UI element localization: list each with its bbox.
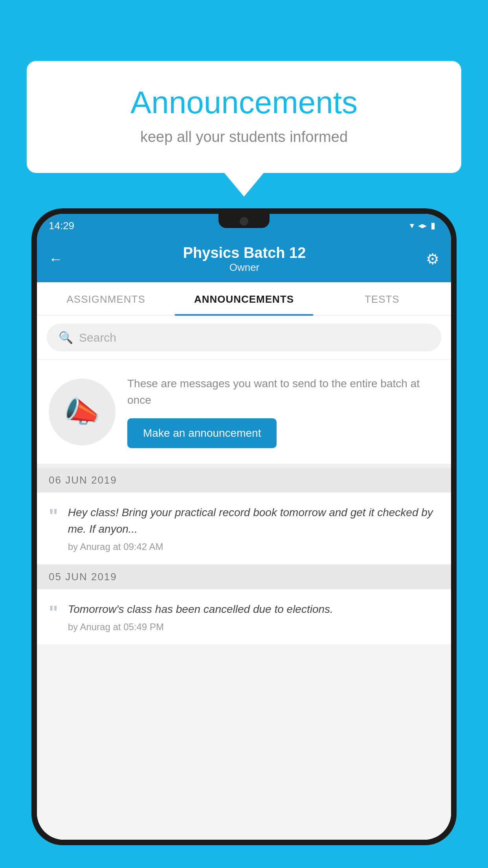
phone-screen: 14:29 ▾ ◂▸ ▮ ← Physics Batch 12 Owner ⚙ … [37, 214, 451, 840]
megaphone-circle: 📣 [49, 379, 116, 445]
announcement-prompt: 📣 These are messages you want to send to… [37, 360, 451, 468]
megaphone-icon: 📣 [64, 395, 101, 429]
quote-icon-1: " [49, 506, 58, 526]
speech-bubble: Announcements keep all your students inf… [27, 61, 461, 173]
phone-frame: 14:29 ▾ ◂▸ ▮ ← Physics Batch 12 Owner ⚙ … [31, 208, 457, 845]
status-time: 14:29 [49, 220, 74, 232]
message-item-2[interactable]: " Tomorrow's class has been cancelled du… [37, 589, 451, 644]
signal-icon: ◂▸ [418, 221, 427, 231]
message-text-2: Tomorrow's class has been cancelled due … [68, 601, 439, 618]
date-label-2: 05 JUN 2019 [49, 571, 117, 583]
date-separator-2: 05 JUN 2019 [37, 565, 451, 589]
wifi-icon: ▾ [410, 221, 414, 231]
message-item-1[interactable]: " Hey class! Bring your practical record… [37, 493, 451, 565]
tab-announcements[interactable]: ANNOUNCEMENTS [175, 282, 313, 315]
tabs-bar: ASSIGNMENTS ANNOUNCEMENTS TESTS [37, 282, 451, 316]
phone-container: 14:29 ▾ ◂▸ ▮ ← Physics Batch 12 Owner ⚙ … [31, 208, 457, 868]
header-subtitle: Owner [183, 261, 306, 274]
speech-bubble-arrow [224, 173, 264, 197]
announcement-right: These are messages you want to send to t… [127, 375, 439, 448]
quote-icon-2: " [49, 603, 58, 623]
header-title: Physics Batch 12 [183, 245, 306, 261]
content-area: 🔍 Search 📣 These are messages you want t… [37, 316, 451, 840]
search-container: 🔍 Search [37, 316, 451, 360]
announcement-description: These are messages you want to send to t… [127, 375, 439, 408]
tab-tests[interactable]: TESTS [313, 282, 451, 315]
search-placeholder: Search [79, 331, 116, 344]
speech-bubble-title: Announcements [58, 85, 430, 121]
app-header: ← Physics Batch 12 Owner ⚙ [37, 237, 451, 282]
back-button[interactable]: ← [49, 251, 63, 267]
speech-bubble-subtitle: keep all your students informed [58, 129, 430, 145]
speech-bubble-container: Announcements keep all your students inf… [27, 61, 461, 197]
settings-button[interactable]: ⚙ [426, 250, 439, 268]
message-author-1: by Anurag at 09:42 AM [68, 541, 439, 552]
search-icon: 🔍 [59, 331, 73, 344]
make-announcement-button[interactable]: Make an announcement [127, 418, 277, 448]
message-author-2: by Anurag at 05:49 PM [68, 622, 439, 633]
message-text-1: Hey class! Bring your practical record b… [68, 504, 439, 537]
battery-icon: ▮ [431, 221, 435, 231]
message-content-2: Tomorrow's class has been cancelled due … [68, 601, 439, 633]
tab-assignments[interactable]: ASSIGNMENTS [37, 282, 175, 315]
status-icons: ▾ ◂▸ ▮ [410, 221, 435, 231]
phone-camera [240, 217, 248, 226]
message-content-1: Hey class! Bring your practical record b… [68, 504, 439, 552]
date-label-1: 06 JUN 2019 [49, 474, 117, 486]
header-center: Physics Batch 12 Owner [183, 245, 306, 274]
date-separator-1: 06 JUN 2019 [37, 468, 451, 493]
search-bar[interactable]: 🔍 Search [47, 324, 441, 351]
